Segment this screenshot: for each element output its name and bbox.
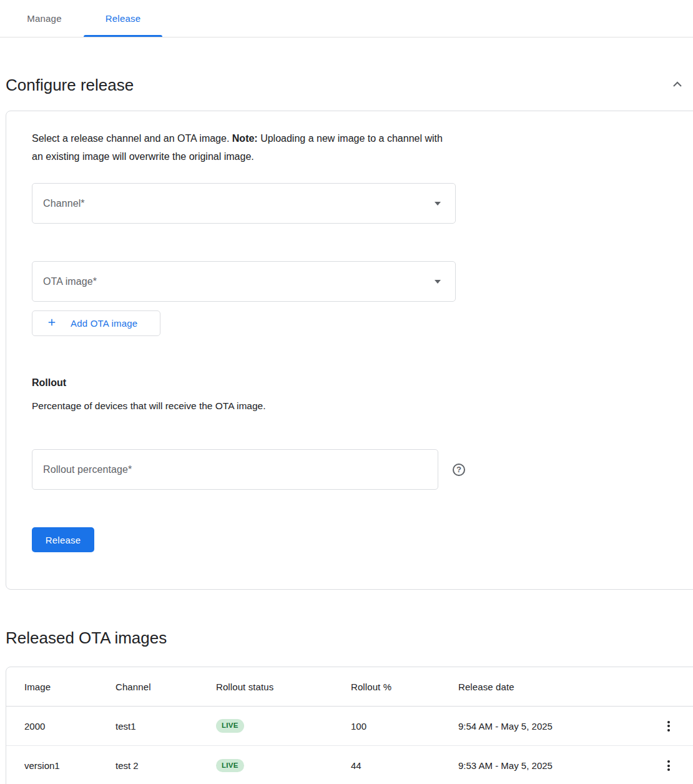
cell-image: version1: [24, 760, 115, 771]
column-header-image: Image: [24, 682, 115, 692]
released-ota-header: Released OTA images: [6, 628, 685, 648]
status-badge-live: LIVE: [216, 759, 244, 773]
cell-channel: test1: [115, 721, 216, 732]
plus-icon: [46, 317, 57, 330]
rollout-heading: Rollout: [32, 376, 672, 389]
tab-release-label: Release: [106, 13, 140, 24]
tab-manage[interactable]: Manage: [5, 0, 84, 37]
cell-rollout-percent: 44: [351, 760, 458, 771]
cell-release-date: 9:53 AM - May 5, 2025: [458, 760, 650, 771]
add-ota-image-label: Add OTA image: [71, 318, 137, 329]
configure-release-card: Select a release channel and an OTA imag…: [6, 111, 693, 590]
cell-rollout-percent: 100: [351, 721, 458, 732]
column-header-rollout-percent: Rollout %: [351, 682, 458, 692]
add-ota-image-button[interactable]: Add OTA image: [32, 310, 160, 336]
table-row: version1 test 2 LIVE 44 9:53 AM - May 5,…: [6, 746, 693, 784]
channel-select[interactable]: Channel*: [32, 183, 456, 224]
collapse-section-button[interactable]: [670, 77, 685, 92]
tab-manage-label: Manage: [27, 13, 61, 24]
column-header-rollout-status: Rollout status: [216, 682, 351, 692]
tab-release[interactable]: Release: [84, 0, 162, 37]
rollout-percentage-label: Rollout percentage*: [32, 464, 132, 475]
cell-rollout-status: LIVE: [216, 719, 351, 733]
channel-select-label: Channel*: [32, 198, 85, 209]
chevron-up-icon: [670, 77, 685, 94]
ota-image-select[interactable]: OTA image*: [32, 261, 456, 302]
page-title-configure-release: Configure release: [6, 75, 134, 95]
intro-note-label: Note:: [232, 133, 258, 144]
release-button[interactable]: Release: [32, 527, 94, 552]
tab-bar: Manage Release: [0, 0, 693, 37]
rollout-percentage-input[interactable]: Rollout percentage*: [32, 449, 438, 490]
ota-image-select-label: OTA image*: [32, 276, 97, 287]
help-glyph: ?: [456, 465, 461, 474]
dropdown-arrow-icon: [435, 280, 441, 284]
dropdown-arrow-icon: [435, 202, 441, 206]
table-row: 2000 test1 LIVE 100 9:54 AM - May 5, 202…: [6, 707, 693, 746]
cell-channel: test 2: [115, 760, 216, 771]
cell-release-date: 9:54 AM - May 5, 2025: [458, 721, 650, 732]
column-header-channel: Channel: [115, 682, 216, 692]
cell-image: 2000: [24, 721, 115, 732]
help-icon[interactable]: ?: [453, 464, 465, 476]
cell-rollout-status: LIVE: [216, 759, 351, 773]
column-header-release-date: Release date: [458, 682, 650, 692]
row-actions-menu-icon[interactable]: [664, 757, 674, 775]
status-badge-live: LIVE: [216, 719, 244, 733]
page-title-released-ota-images: Released OTA images: [6, 628, 167, 648]
released-ota-table: Image Channel Rollout status Rollout % R…: [6, 667, 693, 784]
intro-prefix: Select a release channel and an OTA imag…: [32, 133, 232, 144]
configure-release-header: Configure release: [6, 75, 685, 95]
rollout-percentage-row: Rollout percentage* ?: [32, 449, 672, 490]
row-actions-menu-icon[interactable]: [664, 717, 674, 735]
configure-intro-text: Select a release channel and an OTA imag…: [32, 129, 456, 166]
table-header-row: Image Channel Rollout status Rollout % R…: [6, 667, 693, 707]
rollout-description: Percentage of devices that will receive …: [32, 400, 672, 412]
